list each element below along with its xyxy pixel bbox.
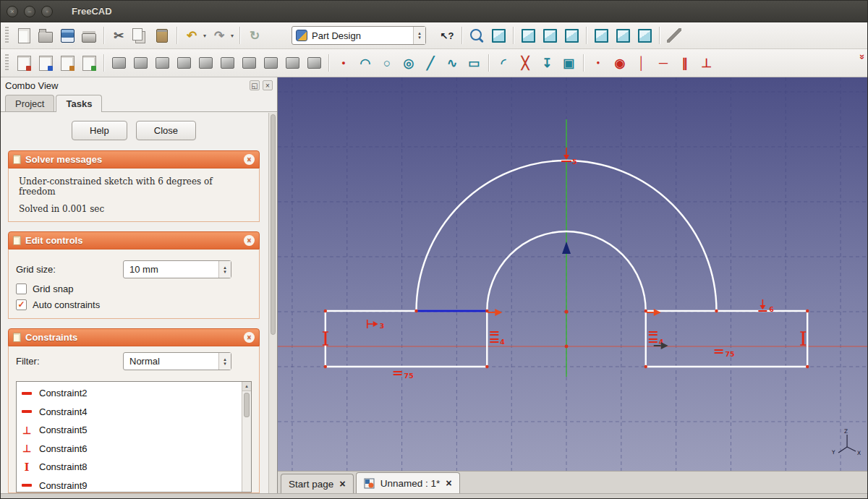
create-polyline[interactable]: ∿ (443, 54, 461, 72)
redo-dropdown-icon[interactable]: ▾ (229, 33, 236, 39)
constraint-list-item[interactable]: Constraint8 (21, 458, 239, 477)
constrain-perpendicular[interactable]: ⊥ (697, 54, 716, 72)
edit-controls-header[interactable]: Edit controls × (8, 231, 260, 250)
constraint-list[interactable]: Constraint2Constraint4Constraint5Constra… (16, 381, 252, 492)
tab-project[interactable]: Project (5, 95, 54, 111)
refresh[interactable]: ↻ (245, 26, 264, 45)
window-close-button[interactable]: × (7, 6, 18, 17)
scrollbar-handle[interactable] (244, 393, 250, 417)
svg-text:X: X (857, 450, 861, 456)
trim-edge[interactable]: ╳ (516, 54, 535, 72)
bottom-view[interactable] (613, 26, 632, 45)
create-conic[interactable]: ◎ (399, 54, 418, 72)
combobox-arrows[interactable]: ▴▾ (218, 353, 231, 370)
create-circle[interactable]: ○ (378, 54, 396, 72)
revolution[interactable] (131, 54, 150, 72)
create-rectangle[interactable]: ▭ (464, 54, 483, 72)
collapse-section-icon[interactable]: × (244, 154, 255, 165)
create-sketch[interactable] (14, 54, 33, 72)
workbench-selector[interactable]: Part Design ▴▾ (292, 26, 426, 45)
map-sketch[interactable] (58, 54, 77, 72)
svg-text:75: 75 (725, 350, 734, 358)
undo[interactable]: ↶ (182, 26, 201, 45)
close-tab-icon[interactable]: × (339, 479, 345, 490)
axonometric-view[interactable] (489, 26, 508, 45)
paste[interactable] (153, 26, 171, 45)
grid-size-spinbox[interactable]: 10 mm ▴▾ (123, 260, 231, 278)
whats-this[interactable]: ↖? (438, 26, 456, 45)
3d-viewport[interactable]: 5 3 4 75 (278, 77, 867, 471)
cut[interactable]: ✂ (109, 26, 128, 45)
constraint-list-item[interactable]: Constraint2 (21, 384, 239, 403)
toolbar-drag-handle[interactable] (5, 54, 9, 72)
close-panel-icon[interactable]: × (263, 80, 273, 90)
tab-tasks[interactable]: Tasks (56, 95, 102, 112)
constraint-list-item[interactable]: Constraint6 (21, 440, 239, 459)
additive-loft[interactable] (153, 54, 171, 72)
window-maximize-button[interactable]: ▫ (41, 6, 53, 17)
constrain-horizontal[interactable]: ─ (654, 54, 673, 72)
edit-sketch[interactable] (36, 54, 55, 72)
subtractive-pipe[interactable] (283, 54, 302, 72)
create-line[interactable]: ╱ (421, 54, 440, 72)
close-tab-icon[interactable]: × (446, 478, 451, 489)
rear-view[interactable] (592, 26, 610, 45)
create-arc[interactable]: ◠ (356, 54, 375, 72)
save-document[interactable] (58, 26, 77, 45)
toolbar-drag-handle[interactable] (5, 27, 9, 44)
auto-constraints-checkbox[interactable]: ✓ (16, 299, 27, 310)
panel-scrollbar[interactable] (268, 113, 277, 493)
redo[interactable]: ↷ (210, 26, 229, 45)
new-document[interactable] (14, 26, 33, 45)
constrain-point-on-object[interactable]: ◉ (610, 54, 629, 72)
arc-center-point (564, 310, 568, 313)
top-view[interactable] (540, 26, 559, 45)
groove[interactable] (239, 54, 258, 72)
close-button[interactable]: Close (136, 121, 196, 140)
grid-snap-checkbox[interactable] (16, 283, 27, 294)
workbench-dropdown-arrows[interactable]: ▴▾ (413, 27, 425, 44)
left-view[interactable] (635, 26, 654, 45)
horizontal-scrollbar[interactable] (1, 493, 867, 498)
boolean-operation[interactable] (305, 54, 323, 72)
help-button[interactable]: Help (72, 121, 127, 140)
print[interactable] (80, 26, 98, 45)
create-point[interactable]: ● (334, 54, 353, 72)
constraint-list-item[interactable]: Constraint9 (21, 477, 239, 493)
solver-messages-header[interactable]: Solver messages × (8, 150, 260, 169)
front-view[interactable] (519, 26, 537, 45)
hole[interactable] (218, 54, 237, 72)
external-geometry[interactable]: ↧ (537, 54, 556, 72)
copy[interactable] (131, 26, 150, 45)
constrain-vertical[interactable]: │ (632, 54, 651, 72)
constraint-list-item[interactable]: Constraint4 (21, 403, 239, 422)
collapse-section-icon[interactable]: × (244, 332, 255, 343)
open-document[interactable] (36, 26, 55, 45)
constrain-parallel[interactable]: ∥ (676, 54, 694, 72)
constraint-list-item[interactable]: Constraint5 (21, 421, 239, 440)
right-view[interactable] (562, 26, 581, 45)
scroll-up-icon[interactable]: ▴ (242, 382, 251, 391)
pocket[interactable] (196, 54, 215, 72)
scrollbar-handle[interactable] (271, 114, 276, 335)
filter-combobox[interactable]: Normal ▴▾ (123, 352, 231, 370)
toolbar-overflow-icon[interactable]: » (858, 54, 867, 59)
spinbox-arrows[interactable]: ▴▾ (218, 261, 231, 278)
leave-sketch[interactable] (80, 54, 98, 72)
float-panel-icon[interactable]: ◱ (250, 80, 260, 90)
doc-tab-unnamed-1[interactable]: Unnamed : 1*× (356, 472, 460, 493)
constraint-list-scrollbar[interactable]: ▴ (242, 382, 251, 492)
window-minimize-button[interactable]: − (24, 6, 35, 17)
measure-distance[interactable] (665, 26, 684, 45)
subtractive-loft[interactable] (261, 54, 280, 72)
create-fillet[interactable]: ◜ (494, 54, 513, 72)
pad[interactable] (109, 54, 128, 72)
undo-dropdown-icon[interactable]: ▾ (201, 33, 208, 39)
constraints-header[interactable]: Constraints × (8, 328, 260, 346)
additive-pipe[interactable] (174, 54, 193, 72)
carbon-copy[interactable]: ▣ (559, 54, 578, 72)
collapse-section-icon[interactable]: × (244, 235, 255, 246)
doc-tab-start-page[interactable]: Start page× (281, 474, 354, 493)
constrain-coincident[interactable]: ● (589, 54, 608, 72)
fit-all[interactable] (467, 26, 486, 45)
